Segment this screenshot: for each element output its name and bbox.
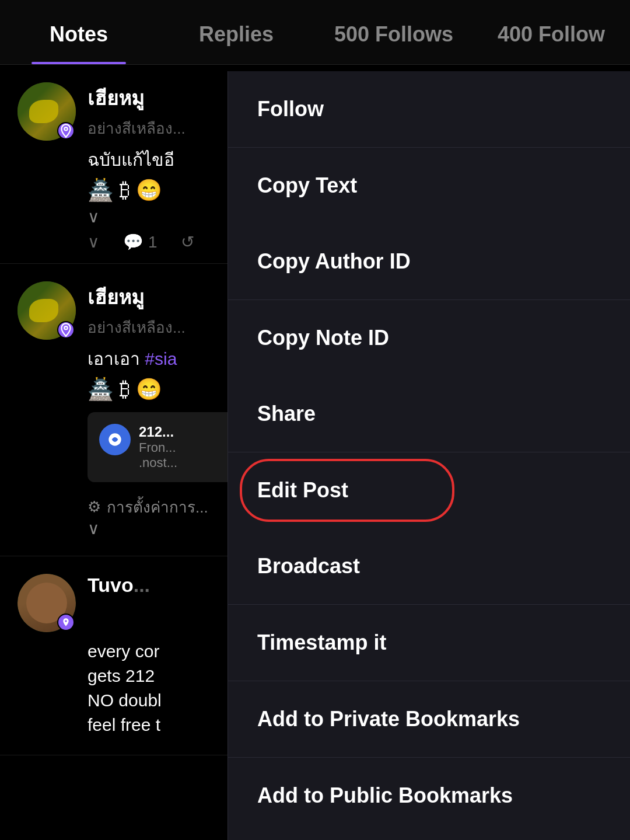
menu-item-add-public-bookmarks[interactable]: Add to Public Bookmarks: [228, 758, 630, 834]
menu-item-add-private-bookmarks[interactable]: Add to Private Bookmarks: [228, 681, 630, 758]
menu-item-timestamp[interactable]: Timestamp it: [228, 605, 630, 681]
menu-item-copy-author-id[interactable]: Copy Author ID: [228, 224, 630, 300]
menu-item-copy-text[interactable]: Copy Text: [228, 148, 630, 224]
menu-item-edit-post[interactable]: Edit Post: [228, 452, 630, 528]
context-menu-overlay: Follow Copy Text Copy Author ID Copy Not…: [0, 0, 630, 840]
menu-item-broadcast[interactable]: Broadcast: [228, 528, 630, 605]
menu-item-share[interactable]: Share: [228, 376, 630, 452]
menu-item-follow[interactable]: Follow: [228, 71, 630, 148]
menu-item-copy-note-id[interactable]: Copy Note ID: [228, 300, 630, 376]
context-menu: Follow Copy Text Copy Author ID Copy Not…: [228, 71, 630, 840]
